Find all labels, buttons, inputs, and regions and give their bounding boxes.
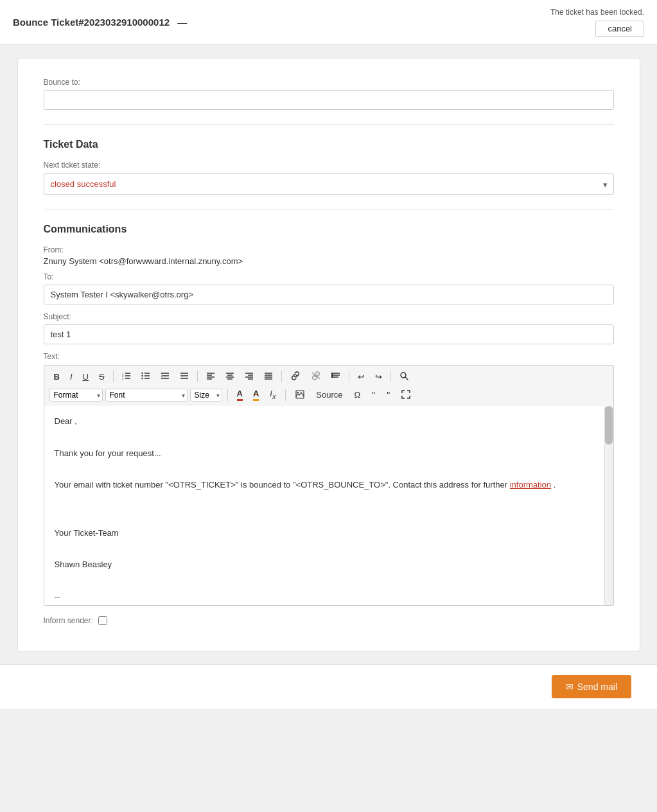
bounce-to-input[interactable] bbox=[44, 90, 614, 110]
undo-button[interactable]: ↩ bbox=[353, 370, 369, 384]
toolbar-row-2: Format Heading 1 Heading 2 Paragraph Fon… bbox=[49, 387, 608, 403]
ordered-list-button[interactable]: 1.2.3. bbox=[118, 369, 136, 384]
text-label: Text: bbox=[44, 352, 614, 361]
unlink-button[interactable] bbox=[306, 369, 326, 384]
format-select-wrapper: Format Heading 1 Heading 2 Paragraph bbox=[49, 389, 103, 402]
bounce-to-label: Bounce to: bbox=[44, 78, 614, 87]
email-line-blank-1 bbox=[55, 431, 594, 445]
send-mail-button[interactable]: ✉ Send mail bbox=[552, 675, 631, 698]
toolbar-separator-7 bbox=[285, 389, 286, 401]
state-select-wrapper: closed successful open pending reminder … bbox=[44, 173, 614, 195]
underline-button[interactable]: U bbox=[78, 370, 93, 384]
communications-title: Communications bbox=[44, 224, 614, 235]
to-input[interactable] bbox=[44, 285, 614, 304]
blockquote-button[interactable] bbox=[327, 369, 345, 384]
email-bounce-link[interactable]: information bbox=[510, 480, 551, 490]
send-mail-icon: ✉ bbox=[566, 682, 574, 692]
clear-format-button[interactable]: Ix bbox=[265, 387, 280, 402]
strikethrough-button[interactable]: S bbox=[94, 370, 109, 384]
font-select[interactable]: Font Arial Verdana Times New Roman bbox=[105, 389, 188, 402]
bg-color-indicator bbox=[253, 399, 259, 401]
svg-point-11 bbox=[141, 378, 143, 379]
font-color-label: A bbox=[237, 389, 243, 398]
subject-input[interactable] bbox=[44, 324, 614, 344]
redo-button[interactable]: ↪ bbox=[371, 370, 387, 384]
maximize-button[interactable] bbox=[397, 387, 415, 403]
email-line-ticket-team: Your Ticket-Team bbox=[55, 527, 594, 540]
svg-point-9 bbox=[141, 373, 143, 374]
ordered-list-icon: 1.2.3. bbox=[122, 371, 131, 380]
align-right-icon bbox=[245, 371, 254, 380]
email-line-thankyou: Thank you for your request... bbox=[55, 447, 594, 461]
align-justify-button[interactable] bbox=[259, 369, 277, 384]
align-justify-icon bbox=[264, 371, 273, 380]
email-line-blank-3 bbox=[55, 495, 594, 508]
to-label: To: bbox=[44, 272, 614, 281]
email-line-blank-4 bbox=[55, 511, 594, 524]
font-color-button[interactable]: A bbox=[233, 387, 247, 403]
align-center-icon bbox=[225, 371, 234, 380]
source-button[interactable]: Source bbox=[311, 388, 347, 402]
ticket-data-title: Ticket Data bbox=[44, 139, 614, 150]
divider-2 bbox=[44, 209, 614, 209]
paste-image-button[interactable] bbox=[291, 387, 309, 403]
svg-line-40 bbox=[405, 377, 408, 380]
link-button[interactable] bbox=[286, 369, 305, 384]
size-select-wrapper: Size 8 10 12 14 16 bbox=[190, 389, 222, 402]
inform-sender-row: Inform sender: bbox=[44, 616, 614, 625]
bold-button[interactable]: B bbox=[49, 370, 64, 384]
editor-content[interactable]: Dear , Thank you for your request... You… bbox=[44, 406, 613, 605]
align-right-button[interactable] bbox=[240, 369, 258, 384]
state-select[interactable]: closed successful open pending reminder … bbox=[44, 173, 614, 195]
toolbar-separator-2 bbox=[197, 371, 198, 382]
italic-button[interactable]: I bbox=[66, 370, 77, 384]
indent-icon bbox=[161, 371, 170, 380]
bottom-bar: ✉ Send mail bbox=[0, 664, 657, 709]
blockquote-open-button[interactable]: " bbox=[367, 388, 380, 402]
align-left-button[interactable] bbox=[202, 369, 220, 384]
email-line-name: Shawn Beasley bbox=[55, 558, 594, 572]
align-center-button[interactable] bbox=[221, 369, 239, 384]
scrollbar-track bbox=[604, 406, 613, 605]
cancel-button[interactable]: cancel bbox=[595, 21, 644, 37]
special-char-button[interactable]: Ω bbox=[350, 388, 365, 402]
unlink-icon bbox=[311, 371, 321, 380]
toolbar-separator-6 bbox=[227, 389, 228, 401]
send-mail-label: Send mail bbox=[577, 682, 617, 692]
next-state-label: Next ticket state: bbox=[44, 161, 614, 170]
inform-sender-label: Inform sender: bbox=[44, 616, 93, 625]
editor-toolbar: B I U S 1.2.3. bbox=[44, 365, 614, 406]
unordered-list-icon bbox=[141, 371, 150, 380]
bg-color-button[interactable]: A bbox=[249, 387, 263, 403]
indent-button[interactable] bbox=[156, 369, 174, 384]
outdent-button[interactable] bbox=[175, 369, 193, 384]
outdent-icon bbox=[180, 371, 189, 380]
toolbar-separator-4 bbox=[349, 371, 349, 382]
main-content: Bounce to: Ticket Data Next ticket state… bbox=[17, 58, 640, 651]
email-line-blank-6 bbox=[55, 574, 594, 588]
email-bounce-pre: Your email with ticket number "<OTRS_TIC… bbox=[55, 480, 508, 490]
maximize-icon bbox=[401, 390, 410, 399]
subject-label: Subject: bbox=[44, 312, 614, 321]
bounce-to-section: Bounce to: bbox=[44, 78, 614, 110]
ticket-data-section: Ticket Data Next ticket state: closed su… bbox=[44, 139, 614, 195]
font-select-wrapper: Font Arial Verdana Times New Roman bbox=[105, 389, 188, 402]
format-select[interactable]: Format Heading 1 Heading 2 Paragraph bbox=[49, 389, 103, 402]
bg-color-label: A bbox=[253, 389, 259, 398]
svg-text:3.: 3. bbox=[122, 377, 124, 380]
inform-sender-checkbox[interactable] bbox=[98, 616, 107, 625]
size-select[interactable]: Size 8 10 12 14 16 bbox=[190, 389, 222, 402]
email-line-dear: Dear , bbox=[55, 415, 594, 428]
from-value: Znuny System <otrs@forwwward.internal.zn… bbox=[44, 256, 614, 266]
editor-body[interactable]: Dear , Thank you for your request... You… bbox=[44, 406, 614, 606]
find-button[interactable] bbox=[395, 369, 413, 384]
email-line-blank-2 bbox=[55, 463, 594, 476]
toolbar-separator-3 bbox=[281, 371, 282, 382]
top-bar: Bounce Ticket#2023032910000012 — The tic… bbox=[0, 0, 657, 45]
unordered-list-button[interactable] bbox=[137, 369, 155, 384]
top-bar-right: The ticket has been locked. cancel bbox=[550, 8, 644, 37]
align-left-icon bbox=[206, 371, 215, 380]
blockquote-close-button[interactable]: " bbox=[382, 388, 394, 402]
email-bounce-post: . bbox=[554, 480, 556, 490]
font-color-indicator bbox=[237, 399, 243, 401]
